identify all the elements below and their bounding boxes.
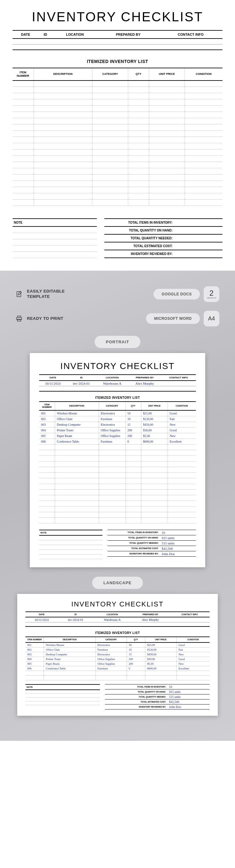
totals-label: TOTAL QUANTITY NEEDED: [105, 694, 168, 699]
meta-cell [12, 44, 39, 50]
item-cell: $120,00 [141, 416, 168, 422]
item-cell [125, 506, 141, 512]
table-row [12, 99, 223, 105]
totals-row: TOTAL QUANTITY ON HAND:915 units [105, 689, 210, 694]
meta-cell [159, 38, 223, 44]
item-cell: Fair [168, 416, 196, 422]
totals-value [175, 219, 223, 226]
item-cell [39, 495, 55, 501]
item-cell [168, 489, 196, 495]
item-cell: 002 [39, 416, 55, 422]
item-cell [125, 489, 141, 495]
item-cell [12, 93, 33, 99]
note-block: NOTE [39, 530, 102, 559]
item-cell [12, 168, 33, 175]
feature-print: READY TO PRINT [27, 316, 63, 321]
badge-a4: A4 [204, 311, 219, 327]
item-cell [168, 450, 196, 456]
table-row [25, 676, 210, 680]
meta-header: PREPARED BY [98, 30, 159, 38]
note-line [39, 536, 102, 540]
badge-a4-label: A4 [208, 316, 215, 321]
table-row [12, 87, 223, 93]
item-cell [39, 478, 55, 484]
item-cell [168, 495, 196, 501]
meta-cell [170, 622, 210, 626]
table-row: 003Desktop ComputerElectronics15$450,00N… [25, 652, 210, 657]
item-cell: Furniture [99, 438, 125, 444]
note-block: NOTE [12, 218, 97, 258]
item-cell [95, 671, 126, 676]
item-cell [128, 118, 149, 124]
item-cell [149, 199, 184, 206]
item-cell [33, 124, 92, 131]
totals-label: TOTAL QUANTITY NEEDED: [108, 541, 160, 546]
item-cell [39, 467, 55, 472]
item-header: ITEM NUMBER [39, 402, 55, 411]
item-cell [141, 478, 168, 484]
item-cell [55, 489, 99, 495]
item-cell [125, 495, 141, 501]
table-row: 004Printer TonerOffice Supplies200$30,00… [39, 427, 196, 433]
item-cell: Furniture [99, 416, 125, 422]
item-cell [92, 156, 128, 162]
item-cell: 003 [25, 652, 44, 657]
table-row [39, 467, 196, 472]
item-cell: Electronics [99, 422, 125, 427]
totals-value: 915 units [160, 535, 196, 540]
item-cell [55, 512, 99, 518]
item-cell [92, 168, 128, 175]
meta-cell: Alex Murphy [128, 380, 161, 386]
meta-cell: inv-2024-01 [66, 380, 96, 386]
item-cell [95, 676, 126, 680]
item-cell [55, 444, 99, 450]
item-cell [128, 81, 149, 87]
item-header: DESCRIPTION [55, 402, 99, 411]
item-cell [92, 112, 128, 118]
item-cell: Wireless Mouse [44, 643, 95, 648]
totals-label: TOTAL ESTIMATED COST: [105, 700, 168, 704]
item-cell [149, 131, 184, 137]
table-row [12, 168, 223, 175]
item-cell [92, 81, 128, 87]
item-cell [33, 143, 92, 149]
item-cell [168, 456, 196, 461]
item-cell: 004 [25, 657, 44, 661]
item-cell: $30,00 [141, 427, 168, 433]
item-cell [184, 87, 223, 93]
item-cell [55, 461, 99, 467]
totals-value: $42,500 [168, 700, 210, 704]
item-cell: New [176, 661, 210, 666]
item-cell: 006 [39, 438, 55, 444]
item-cell: Desktop Computer [55, 422, 99, 427]
note-line [39, 540, 102, 545]
item-cell [55, 495, 99, 501]
item-cell [92, 93, 128, 99]
totals-value [175, 250, 223, 257]
totals-value: 915 units [168, 689, 210, 694]
item-cell [44, 671, 95, 676]
portrait-preview-sheet: INVENTORY CHECKLIST DATEIDLOCATIONPREPAR… [30, 353, 205, 567]
totals-row: TOTAL ITEMS IN INVENTORY: [104, 218, 223, 226]
item-cell [184, 193, 223, 199]
item-cell [12, 162, 33, 168]
totals-label: TOTAL ITEMS IN INVENTORY: [105, 684, 168, 689]
totals-block: TOTAL ITEMS IN INVENTORY:10TOTAL QUANTIT… [105, 684, 210, 710]
item-cell [141, 501, 168, 506]
item-cell [184, 137, 223, 143]
item-cell: 001 [25, 643, 44, 648]
totals-value: 10 [168, 684, 210, 689]
item-cell [12, 181, 33, 187]
item-cell: 006 [25, 666, 44, 671]
item-cell: 10 [126, 648, 145, 652]
item-cell [149, 81, 184, 87]
table-row [39, 518, 196, 523]
item-cell: 200 [125, 427, 141, 433]
item-cell [168, 472, 196, 478]
item-header: CATEGORY [99, 402, 125, 411]
note-line [25, 694, 100, 698]
table-row [39, 512, 196, 518]
meta-header: LOCATION [93, 612, 131, 617]
item-cell: Wireless Mouse [55, 410, 99, 416]
table-row [12, 137, 223, 143]
